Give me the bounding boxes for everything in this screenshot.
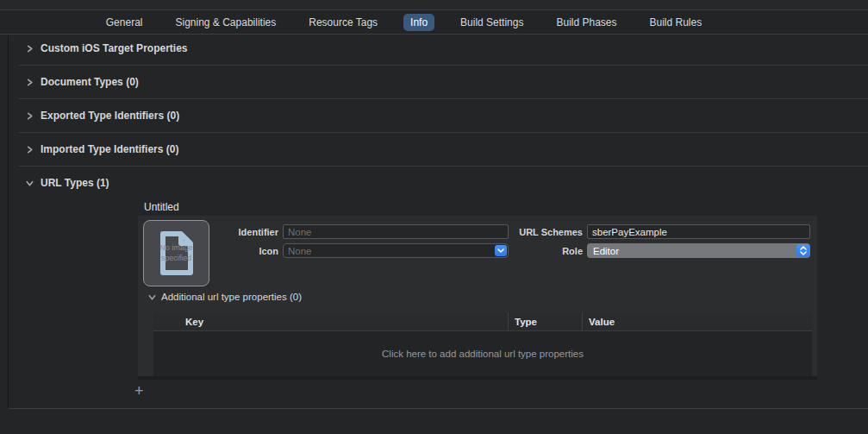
section-document-types[interactable]: Document Types (0) [9,66,868,98]
tab-resource-tags[interactable]: Resource Tags [302,14,384,31]
chevron-right-icon [26,79,34,86]
add-properties-empty-area[interactable]: Click here to add additional url type pr… [153,331,812,376]
section-exported-type-identifiers[interactable]: Exported Type Identifiers (0) [9,99,868,132]
column-header-key: Key [153,317,508,327]
tab-build-phases[interactable]: Build Phases [549,14,623,31]
url-type-card: No image specified Identifier Icon None … [138,216,817,380]
role-label: Role [500,246,583,256]
column-header-value: Value [582,312,812,330]
chevron-right-icon [26,45,34,53]
target-settings-tab-bar: General Signing & Capabilities Resource … [0,11,868,35]
identifier-label: Identifier [215,227,278,237]
role-selected-value: Editor [593,246,619,256]
empty-table-hint: Click here to add additional url type pr… [382,349,584,359]
icon-combo-box[interactable]: None [283,243,509,258]
section-custom-ios-target-properties[interactable]: Custom iOS Target Properties [9,32,868,65]
tab-info[interactable]: Info [403,14,434,31]
section-label: URL Types (1) [41,177,109,189]
section-imported-type-identifiers[interactable]: Imported Type Identifiers (0) [9,133,868,166]
url-schemes-input[interactable] [587,224,810,239]
additional-properties-table: Key Type Value Click here to add additio… [153,312,812,376]
info-sections: Custom iOS Target Properties Document Ty… [9,32,868,399]
section-label: Custom iOS Target Properties [41,42,187,54]
toolbar-bottom-edge [0,0,868,10]
chevron-right-icon [26,112,34,120]
chevron-down-icon [26,179,34,187]
card-scrollbar-track [138,376,817,380]
icon-combo-placeholder: None [288,246,312,256]
chevron-down-icon [148,293,156,301]
bottom-divider [9,408,868,409]
tab-signing-capabilities[interactable]: Signing & Capabilities [168,14,283,31]
add-url-type-button[interactable]: + [134,384,152,399]
column-header-type: Type [508,312,582,330]
image-well-placeholder: No image specified [153,243,200,263]
identifier-input[interactable] [283,224,509,239]
role-popup-button[interactable]: Editor [587,243,810,258]
chevron-right-icon [26,146,34,154]
section-label: Imported Type Identifiers (0) [41,143,178,155]
section-label: Exported Type Identifiers (0) [41,110,179,122]
section-url-types[interactable]: URL Types (1) [9,167,868,199]
additional-properties-label: Additional url type properties (0) [161,292,302,302]
url-type-image-well[interactable]: No image specified [143,220,209,286]
tab-general[interactable]: General [99,14,150,31]
up-down-chevrons-icon [796,244,809,257]
section-label: Document Types (0) [41,76,139,88]
url-type-name: Untitled [144,201,868,214]
url-schemes-label: URL Schemes [500,227,583,237]
table-header-row: Key Type Value [153,312,812,331]
icon-label: Icon [215,246,278,256]
tab-build-rules[interactable]: Build Rules [643,14,709,31]
additional-properties-header[interactable]: Additional url type properties (0) [148,292,302,302]
tab-build-settings[interactable]: Build Settings [453,14,530,31]
